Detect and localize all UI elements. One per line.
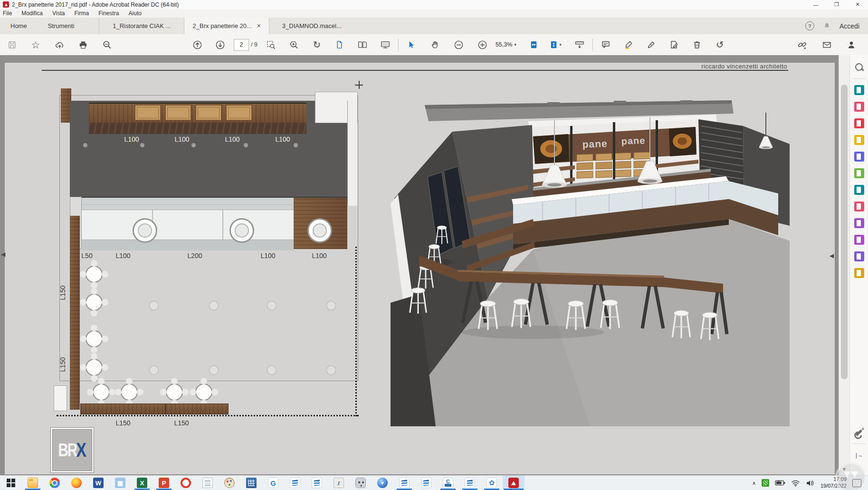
- help-icon[interactable]: ?: [805, 21, 814, 30]
- protect-tool[interactable]: [850, 215, 868, 231]
- highlight-button[interactable]: [619, 37, 639, 53]
- wifi-icon[interactable]: [791, 480, 800, 487]
- fit-page-button[interactable]: ▾: [547, 37, 567, 53]
- comment-button[interactable]: [596, 37, 616, 53]
- acrobat-reader[interactable]: [503, 476, 525, 490]
- file-explorer[interactable]: [22, 476, 44, 490]
- fill-sign-tool[interactable]: [850, 248, 868, 265]
- close-button[interactable]: ✕: [847, 0, 868, 9]
- add-tools-button[interactable]: [850, 424, 868, 441]
- zoom-level-value[interactable]: 55,3%: [496, 41, 512, 48]
- tab-strumenti[interactable]: Strumenti: [38, 18, 85, 34]
- document-viewport[interactable]: riccardo vincenzetti architetto L100 L10…: [0, 55, 839, 475]
- tab-home[interactable]: Home: [0, 18, 38, 34]
- cad-app-2[interactable]: [306, 476, 328, 490]
- chrome[interactable]: [44, 476, 66, 490]
- start-button[interactable]: [0, 476, 22, 490]
- c-app[interactable]: C: [437, 476, 459, 490]
- cad-app-5[interactable]: [459, 476, 481, 490]
- next-page-button[interactable]: [210, 37, 230, 53]
- two-page-view-button[interactable]: [353, 37, 372, 53]
- send-mail-button[interactable]: [817, 37, 837, 53]
- opera[interactable]: [175, 476, 197, 490]
- paint[interactable]: [219, 476, 240, 490]
- compress-pdf-tool[interactable]: [850, 182, 868, 198]
- edit-pdf-tool[interactable]: [850, 98, 868, 115]
- firefox[interactable]: [66, 476, 87, 490]
- previous-view-arrow[interactable]: ◀: [1, 251, 5, 258]
- export-pdf-tool[interactable]: [850, 82, 868, 98]
- vertical-scrollbar[interactable]: ▾: [839, 55, 849, 475]
- zoom-out-button[interactable]: [449, 37, 469, 53]
- favorite-star-button[interactable]: ☆: [26, 37, 46, 53]
- notifications-bell-icon[interactable]: [823, 22, 831, 30]
- volume-icon[interactable]: [806, 480, 815, 487]
- photo-viewer[interactable]: ▦: [109, 476, 131, 490]
- menu-aiuto[interactable]: Aiuto: [124, 9, 146, 18]
- notepad[interactable]: [197, 476, 219, 490]
- hand-tool-button[interactable]: [425, 37, 445, 53]
- comment-tool[interactable]: [850, 132, 868, 148]
- doc-tab-1[interactable]: 1_Ristorante CIAK ...: [99, 18, 184, 34]
- cad-app-3[interactable]: [393, 476, 415, 490]
- zoom-dropdown-icon[interactable]: ▾: [514, 42, 516, 47]
- sign-button[interactable]: [641, 37, 661, 53]
- taskbar-clock[interactable]: 17:09 19/07/2022: [820, 476, 847, 490]
- calculator[interactable]: [240, 476, 262, 490]
- organize-pages-tool[interactable]: [850, 165, 868, 182]
- scroll-down-icon[interactable]: ▾: [839, 466, 849, 472]
- zoom-in-button[interactable]: [473, 37, 493, 53]
- menu-firma[interactable]: Firma: [70, 9, 94, 18]
- reading-mode-button[interactable]: [375, 37, 395, 53]
- print-button[interactable]: [73, 37, 93, 53]
- select-tool-button[interactable]: [401, 37, 421, 53]
- scrollbar-thumb[interactable]: [841, 85, 848, 379]
- tray-chevron-icon[interactable]: ∧: [752, 480, 756, 486]
- combine-files-tool[interactable]: [850, 148, 868, 165]
- single-page-view-button[interactable]: [330, 37, 350, 53]
- rotate-view-button[interactable]: ↻: [307, 37, 327, 53]
- tab-close-icon[interactable]: ✕: [257, 23, 261, 29]
- profile-button[interactable]: [841, 37, 861, 53]
- menu-finestra[interactable]: Finestra: [94, 9, 124, 18]
- pdf-page[interactable]: riccardo vincenzetti architetto L100 L10…: [5, 63, 835, 474]
- send-comments-tool[interactable]: [850, 265, 868, 281]
- nav-sphere-app[interactable]: [372, 476, 393, 490]
- gimp[interactable]: [350, 476, 372, 490]
- marquee-zoom-button[interactable]: [261, 37, 281, 53]
- tray-app-icon[interactable]: [762, 479, 769, 487]
- find-button[interactable]: [97, 37, 117, 53]
- battery-icon[interactable]: [775, 480, 785, 486]
- minimize-button[interactable]: —: [805, 0, 826, 9]
- save-button[interactable]: [2, 37, 22, 53]
- cad-app-1[interactable]: [284, 476, 306, 490]
- next-view-arrow[interactable]: ◀: [830, 252, 834, 259]
- upload-cloud-button[interactable]: [49, 37, 69, 53]
- doc-tab-2-active[interactable]: 2_Brx panetterie 20... ✕: [184, 18, 269, 34]
- measure-button[interactable]: [570, 37, 590, 53]
- create-pdf-tool[interactable]: [850, 115, 868, 132]
- hub-app[interactable]: ✿: [481, 476, 503, 490]
- sign-in-button[interactable]: Accedi: [839, 22, 859, 30]
- undo-rotate-button[interactable]: ↻: [710, 37, 730, 53]
- stamp-button[interactable]: [664, 37, 684, 53]
- menu-modifica[interactable]: Modifica: [17, 9, 48, 18]
- cad-app-4[interactable]: [415, 476, 437, 490]
- excel[interactable]: X: [131, 476, 153, 490]
- maximize-button[interactable]: ❐: [826, 0, 847, 9]
- powerpoint[interactable]: P: [153, 476, 175, 490]
- menu-file[interactable]: File: [0, 9, 17, 18]
- page-number-input[interactable]: 2: [234, 39, 249, 51]
- menu-vista[interactable]: Vista: [48, 9, 69, 18]
- doc-tab-3[interactable]: 3_DIAMNOD.macel...: [269, 18, 354, 34]
- word[interactable]: W: [87, 476, 109, 490]
- search-tool[interactable]: [850, 59, 868, 76]
- prepare-form-tool[interactable]: [850, 231, 868, 248]
- share-link-button[interactable]: [792, 37, 812, 53]
- g-app[interactable]: G: [262, 476, 284, 490]
- redact-tool[interactable]: [850, 198, 868, 215]
- previous-page-button[interactable]: [187, 37, 207, 53]
- expand-pane-button[interactable]: |→: [850, 447, 868, 463]
- action-center-icon[interactable]: [852, 479, 861, 487]
- chart-app[interactable]: [328, 476, 350, 490]
